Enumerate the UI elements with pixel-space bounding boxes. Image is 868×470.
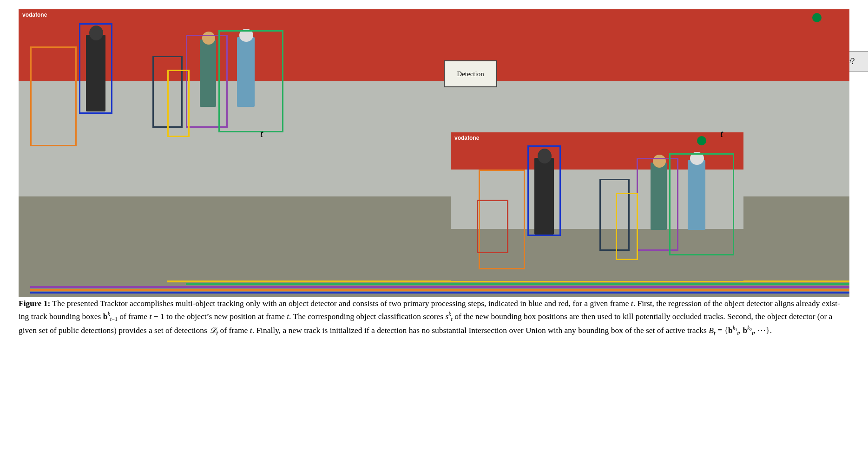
caption-area: Figure 1: The presented Tracktor accompl… [19,297,849,338]
caption-text: Figure 1: The presented Tracktor accompl… [19,297,849,338]
time-label-t-bl: t [260,128,263,140]
time-label-t-br: t [720,128,723,140]
nn-detection-label: Detection [444,60,497,87]
panel-bl: vodafone [19,9,293,158]
main-container: vodafone t − 1 bkt−1 vodafone [0,0,868,470]
panel-br: vodafone [451,132,743,281]
diagram-area: vodafone t − 1 bkt−1 vodafone [19,9,849,297]
